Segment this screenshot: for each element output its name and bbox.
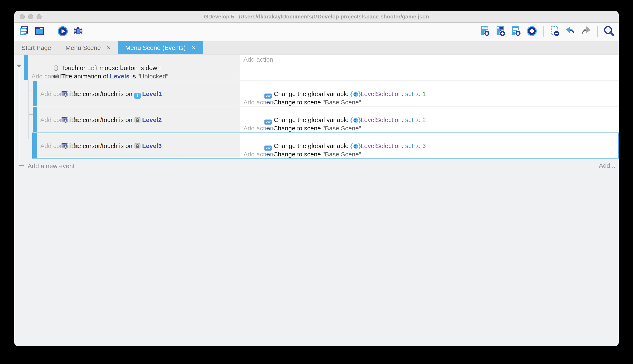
tree-line — [29, 139, 33, 139]
conditions-cell: The cursor/touch is on 1Level1 Add condi… — [37, 81, 240, 106]
tab-menu-scene-events[interactable]: Menu Scene (Events) ✕ — [118, 41, 203, 54]
add-event-icon — [479, 25, 491, 38]
search-events-button[interactable] — [603, 26, 615, 38]
screen: GDevelop 5 - /Users/dkarakay/Documents/G… — [0, 0, 633, 364]
undo-button[interactable] — [564, 26, 577, 38]
brace-open: { — [350, 116, 353, 123]
scene-name: "Base Scene" — [323, 124, 361, 132]
brace-close: } — [358, 116, 361, 123]
traffic-lights — [20, 14, 42, 19]
tab-menu-scene[interactable]: Menu Scene ✕ — [58, 41, 118, 54]
tree-line — [29, 80, 29, 139]
add-more-button[interactable]: Add... — [599, 162, 615, 170]
gdevelop-window: GDevelop 5 - /Users/dkarakay/Documents/G… — [14, 11, 619, 346]
actions-cell: VarChange the global variable {}LevelSel… — [240, 107, 619, 132]
variable-name: LevelSelection: — [361, 142, 403, 149]
variable-icon: Var — [264, 145, 271, 150]
add-comment-button[interactable] — [510, 26, 523, 38]
action-change-variable[interactable]: VarChange the global variable {}LevelSel… — [243, 107, 619, 116]
event-bar[interactable] — [33, 81, 37, 106]
action-text: Change the global variable — [274, 116, 350, 123]
action-text: Change the global variable — [274, 90, 350, 97]
conditions-cell: Touch or Left mouse button is down The a… — [28, 55, 240, 80]
action-text: Change to scene — [273, 124, 323, 132]
debug-button[interactable] — [72, 26, 84, 38]
action-text: Change the global variable — [274, 142, 350, 149]
object-name: Levels — [110, 72, 130, 80]
search-icon — [603, 25, 615, 38]
play-button[interactable] — [56, 26, 69, 38]
add-new-event-button[interactable]: Add a new event — [28, 162, 619, 170]
minimize-window-button[interactable] — [28, 14, 33, 19]
setter-text: set to — [403, 90, 422, 97]
remove-event-icon — [549, 25, 561, 38]
condition-text: is — [130, 72, 137, 80]
scene-editor-button[interactable] — [33, 26, 46, 38]
object-name: Level2 — [142, 116, 162, 123]
action-change-variable[interactable]: VarChange the global variable {}LevelSel… — [243, 81, 619, 90]
tabbar: Start Page Menu Scene ✕ Menu Scene (Even… — [14, 41, 619, 54]
condition-text: Touch or — [61, 64, 87, 71]
brace-open: { — [350, 90, 353, 97]
event-bar[interactable] — [33, 133, 37, 158]
brace-open: { — [350, 142, 353, 149]
actions-cell: VarChange the global variable {}LevelSel… — [240, 133, 619, 158]
setter-text: set to — [403, 116, 422, 123]
locked-object-icon — [134, 143, 140, 152]
undo-icon — [564, 25, 577, 38]
variable-icon: Var — [264, 119, 271, 124]
action-text: Change to scene — [273, 150, 323, 158]
event-bar[interactable] — [33, 107, 37, 132]
close-tab-icon[interactable]: ✕ — [192, 45, 196, 50]
close-window-button[interactable] — [20, 14, 25, 19]
object-name: Level1 — [142, 90, 162, 97]
project-manager-button[interactable] — [18, 26, 30, 38]
action-change-variable[interactable]: VarChange the global variable {}LevelSel… — [243, 133, 619, 142]
tree-line — [29, 114, 33, 115]
event-root[interactable]: Touch or Left mouse button is down The a… — [24, 55, 619, 80]
tree-line — [19, 165, 24, 166]
event-sub-level3[interactable]: The cursor/touch is on Level3 Add condit… — [33, 133, 619, 158]
redo-icon — [580, 25, 592, 38]
tree-line — [29, 90, 33, 91]
add-event-button[interactable] — [479, 26, 492, 38]
object-name: Level3 — [142, 142, 162, 149]
tree-line — [19, 67, 19, 166]
condition-text: The cursor/touch is on — [70, 142, 134, 149]
variable-name: LevelSelection: — [361, 90, 403, 97]
add-sub-event-button[interactable] — [494, 26, 507, 38]
close-tab-icon[interactable]: ✕ — [107, 45, 111, 50]
scene-name: "Base Scene" — [323, 98, 361, 106]
event-bar[interactable] — [24, 55, 28, 80]
condition-cursor-on[interactable]: The cursor/touch is on Level2 — [40, 107, 240, 116]
window-title: GDevelop 5 - /Users/dkarakay/Documents/G… — [14, 11, 619, 23]
value-number: 2 — [422, 116, 426, 123]
condition-touch-mouse[interactable]: Touch or Left mouse button is down — [32, 55, 240, 64]
add-action-button[interactable]: Add action — [243, 55, 619, 64]
redo-button[interactable] — [580, 26, 592, 38]
titlebar: GDevelop 5 - /Users/dkarakay/Documents/G… — [14, 11, 619, 23]
delete-event-button[interactable] — [549, 26, 561, 38]
tab-start-page[interactable]: Start Page — [14, 41, 58, 54]
value-number: 1 — [422, 90, 426, 97]
toolbar — [14, 23, 619, 41]
event-sub-level1[interactable]: The cursor/touch is on 1Level1 Add condi… — [33, 81, 619, 106]
add-other-event-button[interactable] — [526, 26, 538, 38]
condition-cursor-on[interactable]: The cursor/touch is on Level3 — [40, 133, 240, 142]
scene-name: "Base Scene" — [323, 150, 361, 158]
setter-text: set to — [403, 142, 422, 149]
condition-cursor-on[interactable]: The cursor/touch is on 1Level1 — [40, 81, 240, 90]
locked-object-icon — [134, 117, 140, 126]
conditions-cell: The cursor/touch is on Level2 Add condit… — [37, 107, 240, 132]
tab-label: Menu Scene (Events) — [125, 44, 186, 51]
level1-object-icon: 1 — [134, 93, 140, 99]
tab-label: Menu Scene — [66, 44, 101, 51]
event-sub-level2[interactable]: The cursor/touch is on Level2 Add condit… — [33, 107, 619, 132]
condition-text: The cursor/touch is on — [70, 116, 134, 123]
toolbar-divider — [543, 26, 544, 37]
debug-chip-icon — [72, 25, 84, 38]
conditions-cell: The cursor/touch is on Level3 Add condit… — [37, 133, 240, 158]
actions-cell: Add action — [240, 55, 619, 80]
brace-close: } — [358, 142, 361, 149]
zoom-window-button[interactable] — [37, 14, 42, 19]
